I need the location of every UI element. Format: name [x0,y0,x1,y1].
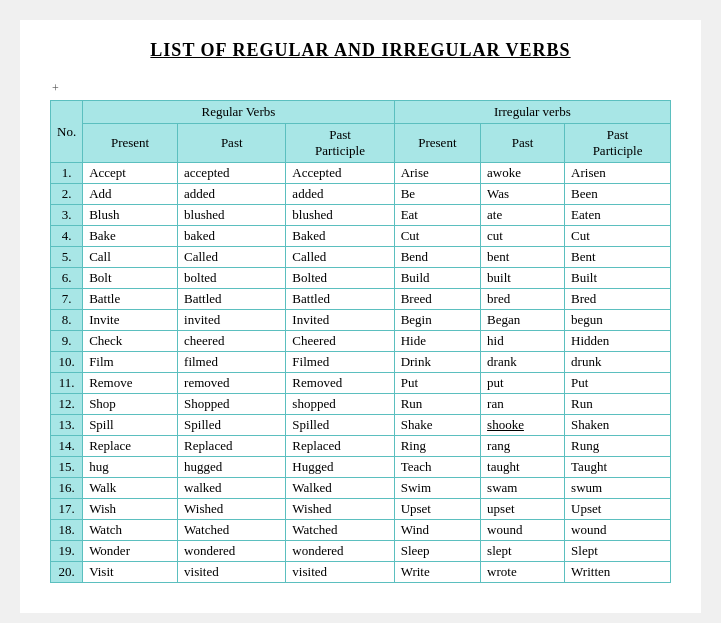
table-row: 1. [51,163,83,184]
table-row: wondered [178,541,286,562]
table-row: cut [481,226,565,247]
col-header-no: No. [51,101,83,163]
table-row: Upset [565,499,671,520]
table-row: Add [83,184,178,205]
sub-header-i-present: Present [394,124,480,163]
table-row: Arisen [565,163,671,184]
table-row: Spill [83,415,178,436]
table-row: Wonder [83,541,178,562]
table-row: Invite [83,310,178,331]
table-row: blushed [286,205,394,226]
table-row: Teach [394,457,480,478]
table-row: Replaced [286,436,394,457]
table-row: Cheered [286,331,394,352]
table-row: Wind [394,520,480,541]
table-row: Was [481,184,565,205]
table-row: 16. [51,478,83,499]
table-row: ate [481,205,565,226]
table-row: Walk [83,478,178,499]
table-row: added [178,184,286,205]
table-row: shooke [481,415,565,436]
table-row: Bolt [83,268,178,289]
table-row: Bred [565,289,671,310]
table-row: Watched [286,520,394,541]
table-row: visited [286,562,394,583]
table-row: Wished [178,499,286,520]
table-row: Called [286,247,394,268]
table-row: Hugged [286,457,394,478]
table-row: 6. [51,268,83,289]
table-row: upset [481,499,565,520]
table-row: Shake [394,415,480,436]
table-row: Been [565,184,671,205]
table-row: Film [83,352,178,373]
table-row: 5. [51,247,83,268]
table-row: Bake [83,226,178,247]
table-row: begun [565,310,671,331]
table-row: Run [565,394,671,415]
table-row: filmed [178,352,286,373]
table-row: Remove [83,373,178,394]
page-title: LIST OF REGULAR AND IRREGULAR VERBS [50,40,671,61]
table-row: 13. [51,415,83,436]
table-row: Be [394,184,480,205]
table-row: Replace [83,436,178,457]
table-row: awoke [481,163,565,184]
table-row: hug [83,457,178,478]
sub-header-r-pp: PastParticiple [286,124,394,163]
table-row: Shop [83,394,178,415]
table-row: 19. [51,541,83,562]
table-row: visited [178,562,286,583]
table-row: 15. [51,457,83,478]
table-row: Check [83,331,178,352]
table-row: Swim [394,478,480,499]
table-row: hid [481,331,565,352]
table-row: put [481,373,565,394]
table-row: 20. [51,562,83,583]
plus-icon: + [52,81,671,96]
table-row: Replaced [178,436,286,457]
table-row: Accepted [286,163,394,184]
table-row: Begin [394,310,480,331]
table-row: cheered [178,331,286,352]
table-row: Drink [394,352,480,373]
table-row: Run [394,394,480,415]
table-row: 4. [51,226,83,247]
table-row: Battled [286,289,394,310]
table-row: wound [481,520,565,541]
table-row: Slept [565,541,671,562]
table-row: Cut [394,226,480,247]
table-row: Shopped [178,394,286,415]
table-row: Call [83,247,178,268]
sub-header-i-past: Past [481,124,565,163]
table-row: Battle [83,289,178,310]
table-row: Breed [394,289,480,310]
table-row: Hide [394,331,480,352]
table-row: wrote [481,562,565,583]
table-row: drunk [565,352,671,373]
table-row: Taught [565,457,671,478]
table-row: Write [394,562,480,583]
table-row: Shaken [565,415,671,436]
table-row: 7. [51,289,83,310]
col-header-regular: Regular Verbs [83,101,395,124]
table-row: blushed [178,205,286,226]
table-row: built [481,268,565,289]
table-row: 9. [51,331,83,352]
table-row: added [286,184,394,205]
table-row: Sleep [394,541,480,562]
table-row: invited [178,310,286,331]
table-row: accepted [178,163,286,184]
table-row: Eat [394,205,480,226]
table-row: Put [394,373,480,394]
table-row: Rung [565,436,671,457]
table-row: removed [178,373,286,394]
table-row: 18. [51,520,83,541]
table-row: hugged [178,457,286,478]
table-row: wondered [286,541,394,562]
table-row: taught [481,457,565,478]
table-row: drank [481,352,565,373]
table-row: baked [178,226,286,247]
table-row: Hidden [565,331,671,352]
sub-header-r-present: Present [83,124,178,163]
